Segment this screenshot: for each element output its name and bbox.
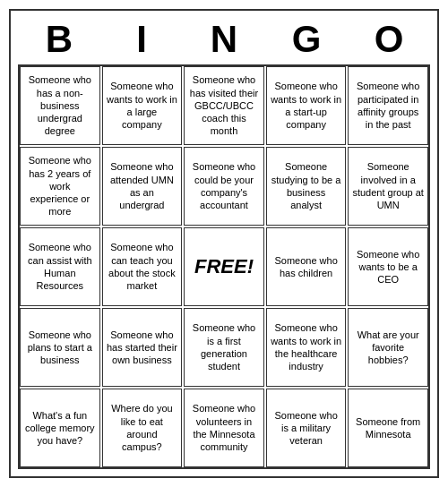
bingo-cell-23[interactable]: Someone who is a military veteran (266, 389, 347, 467)
bingo-cell-12[interactable]: FREE! (184, 227, 264, 306)
bingo-cell-24[interactable]: Someone from Minnesota (348, 389, 428, 467)
bingo-cell-11[interactable]: Someone who can teach you about the stoc… (102, 227, 183, 306)
bingo-cell-5[interactable]: Someone who has 2 years of work experien… (20, 147, 100, 226)
bingo-letter-n: N (185, 18, 263, 61)
bingo-cell-2[interactable]: Someone who has visited their GBCC/UBCC … (184, 66, 264, 145)
bingo-letter-g: G (267, 18, 346, 61)
bingo-cell-10[interactable]: Someone who can assist with Human Resour… (20, 227, 100, 306)
bingo-cell-15[interactable]: Someone who plans to start a business (20, 308, 100, 387)
bingo-cell-20[interactable]: What's a fun college memory you have? (20, 389, 100, 467)
bingo-cell-7[interactable]: Someone who could be your company's acco… (184, 147, 264, 226)
bingo-cell-9[interactable]: Someone involved in a student group at U… (348, 147, 428, 226)
bingo-cell-0[interactable]: Someone who has a non-business undergrad… (20, 66, 100, 145)
bingo-letter-i: I (102, 18, 181, 61)
bingo-cell-14[interactable]: Someone who wants to be a CEO (348, 227, 428, 306)
bingo-card: BINGO Someone who has a non-business und… (9, 9, 439, 478)
bingo-cell-22[interactable]: Someone who volunteers in the Minnesota … (184, 389, 264, 467)
bingo-cell-16[interactable]: Someone who has started their own busine… (102, 308, 183, 387)
bingo-cell-8[interactable]: Someone studying to be a business analys… (266, 147, 347, 226)
bingo-cell-3[interactable]: Someone who wants to work in a start-up … (266, 66, 347, 145)
bingo-header: BINGO (18, 18, 430, 61)
bingo-grid: Someone who has a non-business undergrad… (18, 64, 430, 469)
bingo-letter-o: O (349, 18, 428, 61)
bingo-cell-13[interactable]: Someone who has children (266, 227, 347, 306)
bingo-cell-4[interactable]: Someone who participated in affinity gro… (348, 66, 428, 145)
bingo-cell-18[interactable]: Someone who wants to work in the healthc… (266, 308, 347, 387)
bingo-cell-19[interactable]: What are your favorite hobbies? (348, 308, 428, 387)
bingo-cell-17[interactable]: Someone who is a first generation studen… (184, 308, 264, 387)
bingo-letter-b: B (20, 18, 99, 61)
bingo-cell-21[interactable]: Where do you like to eat around campus? (102, 389, 183, 467)
bingo-cell-1[interactable]: Someone who wants to work in a large com… (102, 66, 183, 145)
bingo-cell-6[interactable]: Someone who attended UMN as an undergrad (102, 147, 183, 226)
